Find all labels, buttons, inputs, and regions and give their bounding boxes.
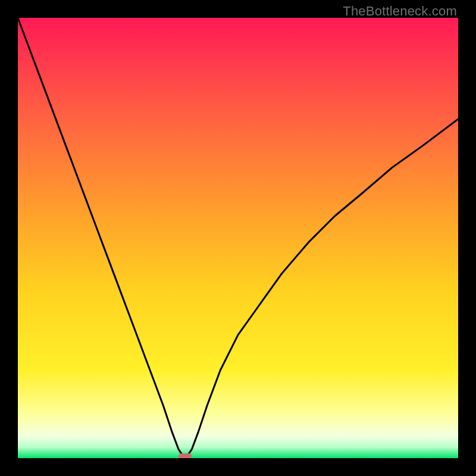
optimal-marker [178, 453, 192, 458]
bottleneck-chart [18, 18, 458, 458]
chart-frame [18, 18, 458, 458]
gradient-background [18, 18, 458, 458]
watermark-text: TheBottleneck.com [343, 4, 457, 19]
